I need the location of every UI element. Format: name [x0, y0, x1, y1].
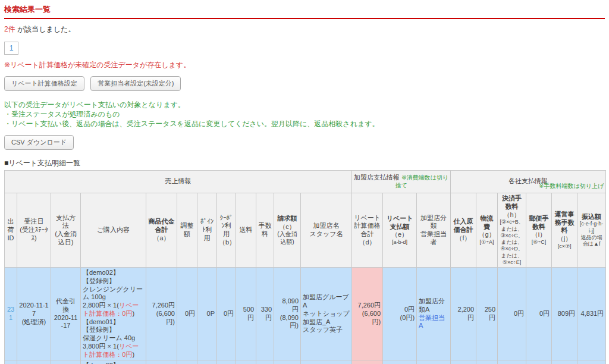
cell-merchant-name: 加盟店グループAネットショップ加盟店_Aスタッフ英子: [301, 268, 352, 360]
sales-rep-link[interactable]: 営業担当A: [419, 314, 448, 331]
col-logistics: 物流費（g）[①÷A]: [476, 193, 498, 268]
col-handling-fee: 手数料: [256, 193, 274, 268]
col-rebate-payment: リベート支払額（e）[a-b-d]: [383, 193, 417, 268]
cell-order-date: 2020-11-17(処理済): [17, 360, 51, 364]
cell-payment-method: 代金引換2020-11-17: [51, 360, 81, 364]
col-payment-method: 支払方法(入金消込日): [51, 193, 81, 268]
cell-handling-fee: 330円: [256, 360, 274, 364]
result-count-suffix: が該当しました。: [15, 25, 76, 33]
ship-id-link[interactable]: 231: [7, 306, 14, 321]
rebate-detail-table: 売上情報 加盟店支払情報 ※消費端数は切り捨て 各社支払情報※手数料端数は切り上…: [4, 170, 606, 364]
cell-ship-id: 231: [5, 268, 17, 360]
cell-logistics: 250円: [476, 360, 498, 364]
csv-download-button[interactable]: CSV ダウンロード: [4, 135, 74, 150]
rebate-price-setting-button[interactable]: リベート計算価格設定: [4, 76, 84, 91]
col-shipping-fee: 送料: [236, 193, 256, 268]
warning-text: ※リベート計算価格が未確定の受注データが存在します。: [4, 60, 605, 70]
page-title: 検索結果一覧: [4, 4, 605, 15]
cell-coupon-use: 0円: [217, 268, 236, 360]
cell-transfer-amount: 2,169円: [577, 360, 606, 364]
cell-logistics: 250円: [476, 268, 498, 360]
table-row: 231 2020-11-17(処理済) 代金引換2020-11-17 【demo…: [5, 268, 606, 360]
action-buttons: リベート計算価格設定 営業担当者設定(未設定分): [4, 76, 605, 91]
cell-rebate-payment: 0円(0円): [383, 360, 417, 364]
col-adjustment: 調整額: [177, 193, 197, 268]
col-cost-total: 仕入原価合計（f）: [451, 193, 476, 268]
note-line-3: ・リベート支払い後、返品の場合は、受注ステータスを返品に変更してください。翌月以…: [4, 119, 605, 128]
table-title: ■リベート支払明細一覧: [4, 158, 605, 168]
fee-rounding-note: ※手数料端数は切り上げ: [539, 183, 604, 190]
cell-cost-total: 2,200円: [451, 268, 476, 360]
cell-postal-fee: 0円: [526, 360, 552, 364]
col-merchant-class: 加盟店分類営業担当者: [417, 193, 451, 268]
cell-postal-fee: 0円: [526, 268, 552, 360]
info-notes: 以下の受注データがリベート支払いの対象となります。 ・受注ステータスが処理済みの…: [4, 100, 605, 129]
cell-purchase-content: 【demo02】 【登録例】 クレンジングクリーム 100g 2,800円 × …: [81, 360, 146, 364]
col-transfer-amount: 振込額[c-e-f-g-h-i-j]返品の場合は▲f: [577, 193, 606, 268]
cell-item-total: 3,080円(2,800円): [146, 360, 177, 364]
cell-point-use: 0P: [197, 360, 217, 364]
cell-settlement-fee: 0円: [498, 360, 526, 364]
col-order-date: 受注日(受注ｽﾃｰﾀｽ): [17, 193, 51, 268]
cell-rebate-payment: 0円(0円): [383, 268, 417, 360]
col-settlement-fee: 決済手数料（h）[②×c÷B、または、③×c÷C、または、④×c÷D、または、⑤…: [498, 193, 526, 268]
col-ship-id: 出荷ID: [5, 193, 17, 268]
cell-settlement-fee: 0円: [498, 268, 526, 360]
table-row: 232 2020-11-17(処理済) 代金引換2020-11-17 【demo…: [5, 360, 606, 364]
cell-merchant-name: 加盟店グループAネットショップ加盟店_Aスタッフ英子: [301, 360, 352, 364]
note-line-2: ・受注ステータスが処理済みのもの: [4, 109, 605, 119]
cell-transfer-amount: 4,831円: [577, 268, 606, 360]
cell-shipping-fee: 500円: [236, 268, 256, 360]
result-count: 2件: [4, 25, 15, 33]
result-count-line: 2件 が該当しました。: [4, 24, 605, 34]
cell-admin-fee: 809円: [552, 268, 577, 360]
cell-adjustment: 0円: [177, 360, 197, 364]
cell-admin-fee: 391円: [552, 360, 577, 364]
cell-rebate-calc-total: 7,260円(6,600円): [352, 268, 383, 360]
cell-adjustment: 0円: [177, 268, 197, 360]
sales-rep-setting-button[interactable]: 営業担当者設定(未設定分): [90, 76, 181, 91]
group-merchant-payment: 加盟店支払情報 ※消費端数は切り捨て: [352, 170, 451, 193]
cell-handling-fee: 330円: [256, 268, 274, 360]
cell-item-total: 7,260円(6,600円): [146, 268, 177, 360]
col-billing-amount: 請求額（c）(入金消込額): [274, 193, 301, 268]
page-1-button[interactable]: 1: [4, 42, 18, 55]
title-divider: [4, 18, 605, 19]
col-item-total: 商品代金合計（a）: [146, 193, 177, 268]
col-admin-fee: 運営事務手数料（j）[c×⑦]: [552, 193, 577, 268]
cell-billing-amount: 8,090円(8,090円): [274, 268, 301, 360]
cell-ship-id: 232: [5, 360, 17, 364]
cell-point-use: 0P: [197, 268, 217, 360]
col-rebate-calc-total: リベート計算価格合計（d）: [352, 193, 383, 268]
search-results-page: 検索結果一覧 2件 が該当しました。 1 ※リベート計算価格が未確定の受注データ…: [0, 0, 609, 364]
group-header-row: 売上情報 加盟店支払情報 ※消費端数は切り捨て 各社支払情報※手数料端数は切り上…: [5, 170, 606, 193]
group-company-payment: 各社支払情報※手数料端数は切り上げ: [451, 170, 606, 193]
cell-purchase-content: 【demo02】 【登録例】 クレンジングクリーム 100g 2,800円 × …: [81, 268, 146, 360]
cell-merchant-class: 加盟店分類A営業担当A: [417, 360, 451, 364]
col-purchase-content: ご購入内容: [81, 193, 146, 268]
cell-shipping-fee: 500円: [236, 360, 256, 364]
note-line-1: 以下の受注データがリベート支払いの対象となります。: [4, 100, 605, 109]
cell-payment-method: 代金引換2020-11-17: [51, 268, 81, 360]
column-header-row: 出荷ID 受注日(受注ｽﾃｰﾀｽ) 支払方法(入金消込日) ご購入内容 商品代金…: [5, 193, 606, 268]
col-merchant-name: 加盟店名スタッフ名: [301, 193, 352, 268]
merchant-rounding-note: ※消費端数は切り捨て: [395, 174, 448, 189]
cell-rebate-calc-total: 3,080円(2,800円): [352, 360, 383, 364]
group-sales-info: 売上情報: [5, 170, 352, 193]
pagination: 1: [4, 42, 605, 55]
col-postal-fee: 郵便手数料（i）[⑥÷C]: [526, 193, 552, 268]
cell-merchant-class: 加盟店分類A営業担当A: [417, 268, 451, 360]
col-point-use: ﾎﾟｲﾝﾄ利用: [197, 193, 217, 268]
col-coupon-use: ｸｰﾎﾟﾝ利用（b）: [217, 193, 236, 268]
cell-cost-total: 1,100円: [451, 360, 476, 364]
cell-order-date: 2020-11-17(処理済): [17, 268, 51, 360]
cell-coupon-use: 0円: [217, 360, 236, 364]
csv-button-row: CSV ダウンロード: [4, 135, 605, 150]
cell-billing-amount: 3,910円(3,910円): [274, 360, 301, 364]
